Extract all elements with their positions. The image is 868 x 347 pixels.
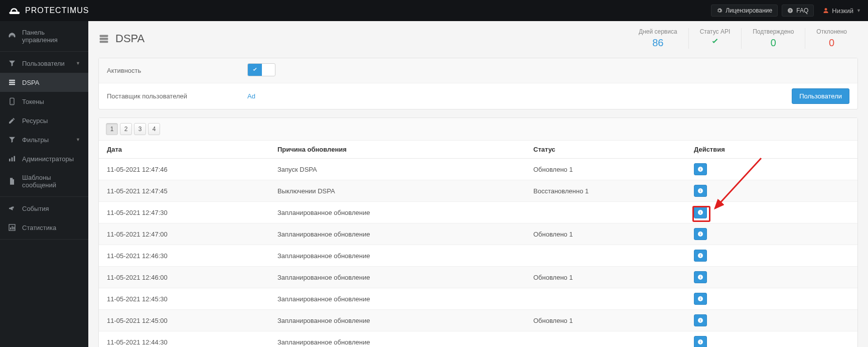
- faq-button[interactable]: ? FAQ: [782, 5, 814, 17]
- col-actions: Действия: [686, 141, 857, 159]
- logo-text: PROTECTIMUS: [25, 6, 89, 15]
- sidebar-item-bullhorn[interactable]: События: [0, 199, 88, 218]
- stat-value: 0: [753, 37, 794, 49]
- tablet-icon: [8, 97, 16, 105]
- info-icon: [697, 339, 703, 345]
- cell-reason: Запланированное обновление: [269, 202, 525, 223]
- caret-down-icon: ▼: [76, 61, 80, 66]
- stat-label: Отклонено: [816, 28, 847, 35]
- users-button[interactable]: Пользователи: [792, 88, 849, 104]
- sidebar-item-dashboard[interactable]: Панель управления: [0, 23, 88, 49]
- filter-icon: [8, 136, 16, 144]
- info-button[interactable]: [694, 271, 707, 283]
- table-row: 11-05-2021 12:46:00Запланированное обнов…: [99, 267, 857, 288]
- cell-status: Обновлено 1: [525, 267, 686, 288]
- licensing-button[interactable]: Лицензирование: [711, 5, 778, 17]
- sidebar-item-server[interactable]: DSPA: [0, 73, 88, 92]
- svg-rect-24: [700, 212, 701, 214]
- info-button[interactable]: [694, 163, 707, 175]
- cell-date: 11-05-2021 12:44:30: [99, 331, 269, 348]
- sidebar-item-label: События: [22, 205, 49, 212]
- svg-rect-37: [700, 297, 701, 298]
- sidebar-item-doc[interactable]: Шаблоны сообщений: [0, 168, 88, 194]
- cell-actions: [686, 180, 857, 202]
- info-button[interactable]: [694, 206, 707, 218]
- svg-rect-4: [9, 84, 15, 85]
- svg-rect-33: [700, 277, 701, 279]
- page-btn-2[interactable]: 2: [120, 123, 132, 135]
- pagination: 1234: [99, 118, 857, 141]
- table-row: 11-05-2021 12:47:45Выключении DSPAВосста…: [99, 180, 857, 202]
- cell-reason: Запуск DSPA: [269, 159, 525, 180]
- svg-rect-28: [700, 233, 701, 233]
- svg-rect-3: [9, 82, 15, 83]
- bullhorn-icon: [8, 204, 16, 212]
- info-button[interactable]: [694, 185, 707, 197]
- page-header: DSPA Дней сервиса86Статус APIПодтвержден…: [88, 21, 868, 58]
- svg-rect-9: [14, 156, 15, 162]
- cell-actions: [686, 245, 857, 267]
- stat-label: Подтверждено: [753, 28, 794, 35]
- cell-reason: Запланированное обновление: [269, 331, 525, 348]
- sidebar-item-filter[interactable]: Пользователи▼: [0, 54, 88, 73]
- svg-rect-21: [700, 190, 701, 192]
- page-btn-3[interactable]: 3: [134, 123, 146, 135]
- cell-reason: Запланированное обновление: [269, 223, 525, 245]
- info-button[interactable]: [694, 293, 707, 305]
- svg-text:?: ?: [789, 9, 791, 13]
- svg-rect-7: [9, 159, 11, 161]
- svg-rect-43: [700, 340, 701, 341]
- stat-label: Статус API: [700, 28, 731, 35]
- cell-reason: Выключении DSPA: [269, 180, 525, 202]
- log-panel: 1234 Дата Причина обновления Статус Дейс…: [98, 118, 858, 347]
- sidebar-item-label: DSPA: [22, 79, 39, 86]
- info-button[interactable]: [694, 336, 707, 347]
- info-icon: [697, 296, 703, 302]
- svg-rect-27: [700, 234, 701, 236]
- stat-block: Дней сервиса86: [628, 28, 688, 49]
- cell-date: 11-05-2021 12:46:30: [99, 245, 269, 267]
- logo-icon: [7, 4, 21, 18]
- cell-date: 11-05-2021 12:45:00: [99, 310, 269, 331]
- server-icon: [98, 34, 109, 44]
- stat-value: 86: [639, 37, 677, 49]
- user-menu[interactable]: Низкий ▼: [823, 7, 861, 15]
- table-row: 11-05-2021 12:47:00Запланированное обнов…: [99, 223, 857, 245]
- sidebar-item-edit[interactable]: Ресурсы: [0, 111, 88, 130]
- cell-date: 11-05-2021 12:47:45: [99, 180, 269, 202]
- svg-rect-14: [100, 35, 108, 37]
- cell-date: 11-05-2021 12:47:46: [99, 159, 269, 180]
- sidebar-item-tablet[interactable]: Токены: [0, 92, 88, 111]
- cell-actions: [686, 288, 857, 310]
- svg-rect-16: [100, 41, 108, 43]
- cell-reason: Запланированное обновление: [269, 288, 525, 310]
- svg-rect-42: [700, 341, 701, 343]
- svg-rect-11: [10, 227, 11, 229]
- logo: PROTECTIMUS: [7, 4, 89, 18]
- info-button[interactable]: [694, 250, 707, 262]
- help-icon: ?: [787, 8, 793, 14]
- col-reason: Причина обновления: [269, 141, 525, 159]
- activity-toggle[interactable]: [247, 63, 275, 76]
- svg-rect-19: [700, 168, 701, 168]
- sidebar-item-filter[interactable]: Фильтры▼: [0, 130, 88, 149]
- sidebar-item-bars[interactable]: Администраторы: [0, 149, 88, 168]
- info-button[interactable]: [694, 314, 707, 326]
- svg-rect-8: [12, 157, 13, 161]
- sidebar-item-label: Администраторы: [22, 155, 74, 163]
- table-row: 11-05-2021 12:45:30Запланированное обнов…: [99, 288, 857, 310]
- svg-rect-22: [700, 189, 701, 190]
- provider-link[interactable]: Ad: [247, 92, 255, 100]
- col-date: Дата: [99, 141, 269, 159]
- caret-down-icon: ▼: [76, 137, 80, 142]
- stat-label: Дней сервиса: [639, 28, 677, 35]
- chart-icon: [8, 223, 16, 232]
- svg-rect-2: [9, 80, 15, 81]
- info-button[interactable]: [694, 228, 707, 240]
- log-table: Дата Причина обновления Статус Действия …: [99, 141, 857, 347]
- sidebar-item-chart[interactable]: Статистика: [0, 218, 88, 237]
- page-btn-1[interactable]: 1: [106, 123, 118, 135]
- page-btn-4[interactable]: 4: [148, 123, 160, 135]
- properties-panel: Активность Поставщик пользователей Ad По…: [98, 58, 858, 109]
- cell-status: Обновлено 1: [525, 159, 686, 180]
